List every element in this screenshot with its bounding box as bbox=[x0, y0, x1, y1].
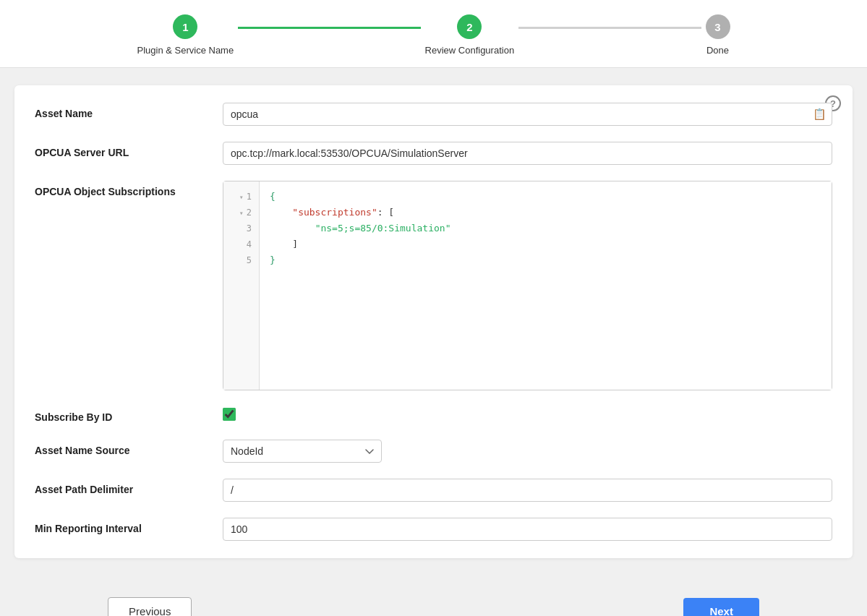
step-3: 3 Done bbox=[706, 14, 730, 56]
opcua-url-input[interactable] bbox=[223, 142, 832, 165]
next-button[interactable]: Next bbox=[683, 598, 759, 616]
opcua-url-row: OPCUA Server URL bbox=[35, 142, 832, 165]
line-num-1: ▾1 bbox=[239, 189, 255, 205]
asset-path-delimiter-input[interactable] bbox=[223, 479, 832, 502]
asset-name-input[interactable] bbox=[223, 103, 832, 126]
code-line-4: ] bbox=[270, 236, 821, 252]
line-num-5: 5 bbox=[234, 252, 255, 268]
step-line-2 bbox=[518, 27, 701, 29]
asset-name-source-label: Asset Name Source bbox=[35, 440, 223, 456]
step-3-circle: 3 bbox=[706, 14, 730, 39]
subscribe-by-id-row: Subscribe By ID bbox=[35, 406, 832, 424]
opcua-subscriptions-row: OPCUA Object Subscriptions ▾1 ▾2 3 4 5 {… bbox=[35, 181, 832, 390]
asset-name-wrapper: 📋 bbox=[223, 103, 832, 126]
step-2-circle: 2 bbox=[457, 14, 482, 39]
line-num-4: 4 bbox=[234, 236, 255, 252]
copy-icon[interactable]: 📋 bbox=[813, 108, 827, 121]
step-2: 2 Review Configuration bbox=[425, 14, 515, 56]
asset-path-delimiter-row: Asset Path Delimiter bbox=[35, 479, 832, 502]
opcua-subscriptions-label: OPCUA Object Subscriptions bbox=[35, 181, 223, 197]
arrow-1: ▾ bbox=[239, 193, 244, 201]
step-1-label: Plugin & Service Name bbox=[137, 45, 234, 56]
step-3-label: Done bbox=[706, 45, 729, 56]
code-content: { "subscriptions": [ "ns=5;s=85/0:Simula… bbox=[260, 181, 832, 390]
asset-name-source-row: Asset Name Source NodeId DisplayName bbox=[35, 440, 832, 463]
step-line-1 bbox=[238, 27, 420, 29]
asset-name-source-select[interactable]: NodeId DisplayName bbox=[223, 440, 382, 463]
opcua-url-label: OPCUA Server URL bbox=[35, 142, 223, 158]
asset-name-row: Asset Name 📋 bbox=[35, 103, 832, 126]
stepper: 1 Plugin & Service Name 2 Review Configu… bbox=[0, 0, 867, 68]
line-numbers: ▾1 ▾2 3 4 5 bbox=[223, 181, 260, 390]
min-reporting-interval-row: Min Reporting Interval bbox=[35, 518, 832, 541]
stepper-container: 1 Plugin & Service Name 2 Review Configu… bbox=[137, 14, 730, 56]
opcua-url-control bbox=[223, 142, 832, 165]
arrow-2: ▾ bbox=[239, 209, 244, 217]
code-line-1: { bbox=[270, 189, 821, 205]
footer: Previous Next bbox=[0, 576, 867, 616]
subscribe-by-id-control bbox=[223, 406, 832, 424]
code-line-2: "subscriptions": [ bbox=[270, 205, 821, 221]
line-num-3: 3 bbox=[234, 221, 255, 236]
opcua-subscriptions-control: ▾1 ▾2 3 4 5 { "subscriptions": [ "ns=5;s… bbox=[223, 181, 832, 390]
asset-path-delimiter-label: Asset Path Delimiter bbox=[35, 479, 223, 495]
asset-name-source-control: NodeId DisplayName bbox=[223, 440, 832, 463]
min-reporting-interval-control bbox=[223, 518, 832, 541]
previous-button[interactable]: Previous bbox=[108, 597, 192, 616]
min-reporting-interval-input[interactable] bbox=[223, 518, 832, 541]
subscribe-by-id-label: Subscribe By ID bbox=[35, 406, 223, 423]
main-content: ? Asset Name 📋 OPCUA Server URL OPCUA Ob… bbox=[0, 68, 867, 576]
asset-name-control: 📋 bbox=[223, 103, 832, 126]
form-card: ? Asset Name 📋 OPCUA Server URL OPCUA Ob… bbox=[14, 85, 853, 558]
step-1-circle: 1 bbox=[173, 14, 197, 39]
asset-name-label: Asset Name bbox=[35, 103, 223, 119]
min-reporting-interval-label: Min Reporting Interval bbox=[35, 518, 223, 534]
code-line-3: "ns=5;s=85/0:Simulation" bbox=[270, 221, 821, 236]
code-editor[interactable]: ▾1 ▾2 3 4 5 { "subscriptions": [ "ns=5;s… bbox=[223, 181, 832, 390]
step-2-label: Review Configuration bbox=[425, 45, 515, 56]
line-num-2: ▾2 bbox=[239, 205, 255, 221]
asset-path-delimiter-control bbox=[223, 479, 832, 502]
code-line-5: } bbox=[270, 252, 821, 268]
step-1: 1 Plugin & Service Name bbox=[137, 14, 234, 56]
subscribe-by-id-checkbox[interactable] bbox=[223, 408, 236, 421]
